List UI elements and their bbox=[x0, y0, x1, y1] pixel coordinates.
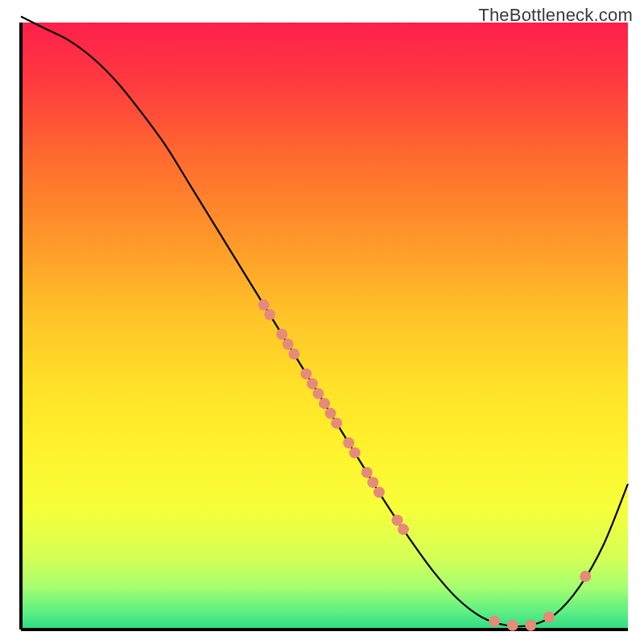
curve-marker bbox=[398, 524, 409, 535]
curve-marker bbox=[349, 447, 361, 458]
bottleneck-curve-chart bbox=[0, 0, 644, 644]
curve-marker bbox=[288, 349, 299, 360]
curve-marker bbox=[331, 418, 342, 429]
curve-marker bbox=[264, 309, 275, 320]
curve-marker bbox=[367, 477, 378, 488]
curve-marker bbox=[525, 620, 536, 631]
plot-background bbox=[21, 23, 628, 630]
curve-marker bbox=[489, 616, 500, 627]
curve-marker bbox=[343, 437, 354, 448]
curve-marker bbox=[361, 467, 373, 478]
curve-marker bbox=[319, 398, 330, 409]
curve-marker bbox=[543, 612, 555, 623]
curve-marker bbox=[374, 486, 385, 497]
curve-marker bbox=[580, 571, 591, 582]
curve-marker bbox=[307, 378, 318, 390]
curve-marker bbox=[283, 339, 294, 350]
chart-container: TheBottleneck.com bbox=[0, 0, 644, 644]
curve-marker bbox=[507, 620, 518, 631]
curve-marker bbox=[300, 368, 312, 379]
curve-marker bbox=[325, 407, 336, 419]
watermark-text: TheBottleneck.com bbox=[478, 5, 633, 26]
curve-marker bbox=[276, 328, 287, 340]
curve-marker bbox=[312, 388, 324, 399]
curve-marker bbox=[258, 299, 270, 311]
